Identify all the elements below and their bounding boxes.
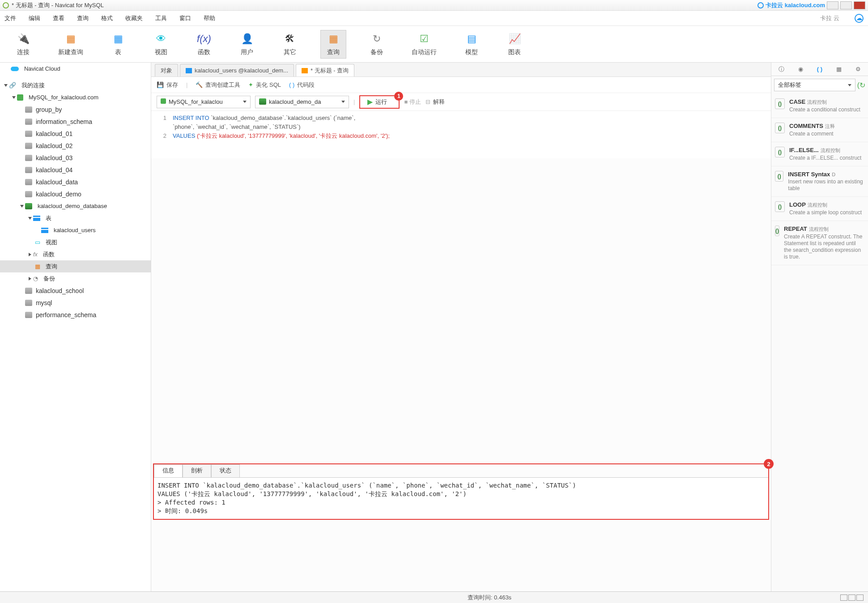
- tag-filter-combo[interactable]: 全部标签: [774, 79, 855, 91]
- result-tab-info[interactable]: 信息: [154, 464, 183, 477]
- link-icon: 🔗: [9, 82, 16, 89]
- tab-objects[interactable]: 对象: [155, 64, 178, 76]
- menu-help[interactable]: 帮助: [204, 14, 215, 22]
- tool-auto[interactable]: ☑自动运行: [407, 30, 441, 58]
- explain-button[interactable]: ⊟解释: [425, 98, 445, 106]
- navicat-cloud-node[interactable]: Navicat Cloud: [0, 63, 151, 75]
- minimize-button[interactable]: [827, 1, 838, 9]
- tool-view[interactable]: 👁视图: [149, 30, 174, 58]
- result-tab-status[interactable]: 状态: [211, 464, 240, 477]
- db-node[interactable]: kalacloud_school: [0, 285, 151, 297]
- status-query-time: 查询时间: 0.463s: [139, 594, 840, 602]
- gear-icon[interactable]: ⚙: [855, 66, 861, 72]
- panel-icons: ⓘ ◉ ( ) ▦ ⚙: [771, 63, 868, 76]
- plug-icon: 🔌: [15, 32, 31, 46]
- menu-favorites[interactable]: 收藏夹: [125, 14, 143, 22]
- snippet-item[interactable]: ()LOOP流程控制Create a simple loop construct: [771, 197, 868, 221]
- menu-edit[interactable]: 编辑: [29, 14, 40, 22]
- line-gutter: 1 2: [151, 114, 173, 149]
- tool-user[interactable]: 👤用户: [234, 30, 260, 58]
- database-combo[interactable]: kalacloud_demo_da: [255, 96, 349, 108]
- tables-icon: [33, 216, 40, 221]
- tool-model[interactable]: ▤模型: [459, 30, 484, 58]
- tables-node[interactable]: 表: [0, 212, 151, 224]
- query-node[interactable]: ▦ 查询: [0, 260, 151, 272]
- menu-file[interactable]: 文件: [4, 14, 16, 22]
- menu-view[interactable]: 查看: [53, 14, 64, 22]
- db-node[interactable]: kalacloud_demo: [0, 188, 151, 200]
- wand-icon: ✦: [248, 81, 253, 88]
- result-tab-profile[interactable]: 剖析: [183, 464, 211, 477]
- snippet-item[interactable]: ()INSERT SyntaxDInsert new rows into an …: [771, 166, 868, 197]
- db-node[interactable]: kalacloud_02: [0, 140, 151, 152]
- backup-node[interactable]: ◔ 备份: [0, 272, 151, 285]
- paren-icon[interactable]: ( ): [817, 66, 822, 72]
- my-connections-node[interactable]: 🔗 我的连接: [0, 79, 151, 91]
- chevron-down-icon: [243, 101, 247, 103]
- cloud-icon[interactable]: ☁: [855, 14, 864, 23]
- annotation-badge-1: 1: [394, 92, 403, 101]
- tab-table[interactable]: kalacloud_users @kalacloud_dem...: [180, 64, 294, 76]
- views-node[interactable]: ▭ 视图: [0, 236, 151, 248]
- tool-function[interactable]: f(x)函数: [191, 30, 217, 58]
- window-title: * 无标题 - 查询 - Navicat for MySQL: [12, 1, 757, 9]
- stop-icon: ■: [404, 98, 408, 105]
- snippet-item[interactable]: ()REPEAT流程控制Create A REPEAT construct. T…: [771, 221, 868, 265]
- chevron-down-icon: [848, 84, 851, 86]
- beautify-button[interactable]: ✦美化 SQL: [248, 81, 281, 89]
- save-button[interactable]: 💾保存: [157, 81, 178, 89]
- menu-query[interactable]: 查询: [77, 14, 89, 22]
- tool-table[interactable]: ▦表: [106, 30, 131, 58]
- sql-code[interactable]: INSERT INTO `kalacloud_demo_database`.`k…: [173, 114, 771, 149]
- db-node[interactable]: mysql: [0, 297, 151, 309]
- refresh-icon[interactable]: (↻: [857, 79, 865, 91]
- database-icon: [25, 131, 32, 137]
- grid-icon[interactable]: ▦: [836, 66, 842, 72]
- menu-format[interactable]: 格式: [101, 14, 113, 22]
- db-node[interactable]: kalacloud_04: [0, 164, 151, 176]
- stop-button[interactable]: ■停止: [404, 98, 421, 106]
- database-icon: [25, 155, 32, 161]
- tab-query[interactable]: * 无标题 - 查询: [296, 64, 354, 76]
- db-node[interactable]: kalacloud_01: [0, 127, 151, 140]
- fx-icon: fx: [33, 251, 38, 258]
- menu-window[interactable]: 窗口: [179, 14, 191, 22]
- close-button[interactable]: [854, 1, 865, 9]
- menu-tools[interactable]: 工具: [155, 14, 167, 22]
- db-open-node[interactable]: kalacloud_demo_database: [0, 200, 151, 212]
- layout-buttons[interactable]: [840, 595, 864, 601]
- tool-new-query[interactable]: ▦新建查询: [54, 30, 88, 58]
- db-node[interactable]: performance_schema: [0, 309, 151, 321]
- tool-backup[interactable]: ↻备份: [364, 30, 389, 58]
- snippet-item[interactable]: ()IF...ELSE...流程控制Create a IF...ELSE... …: [771, 142, 868, 166]
- connection-combo[interactable]: MySQL_for_kalaclou: [157, 96, 251, 108]
- mysql-icon: [161, 98, 166, 104]
- target-icon[interactable]: ◉: [798, 66, 803, 72]
- cloud-link[interactable]: 卡拉 云: [820, 14, 839, 22]
- snippet-item[interactable]: ()CASE流程控制Create a conditional construct: [771, 94, 868, 118]
- connection-tree: Navicat Cloud 🔗 我的连接 MySQL_for_kalacloud…: [0, 63, 151, 591]
- run-button[interactable]: ▶运行 1: [359, 95, 400, 109]
- functions-node[interactable]: fx 函数: [0, 248, 151, 260]
- db-node[interactable]: kalacloud_03: [0, 152, 151, 164]
- connection-node[interactable]: MySQL_for_kalacloud.com: [0, 91, 151, 103]
- query-icon: ▦: [325, 32, 341, 46]
- db-node[interactable]: information_schema: [0, 115, 151, 127]
- db-node[interactable]: kalacloud_data: [0, 176, 151, 188]
- db-node[interactable]: group_by: [0, 103, 151, 115]
- query-icon: [302, 68, 308, 73]
- chart-icon: 📈: [506, 32, 523, 46]
- table-item-node[interactable]: kalacloud_users: [0, 224, 151, 236]
- tool-other[interactable]: 🛠其它: [277, 30, 302, 58]
- tool-chart[interactable]: 📈图表: [502, 30, 527, 58]
- query-builder-button[interactable]: 🔨查询创建工具: [196, 81, 240, 89]
- snippet-item[interactable]: ()COMMENTS注释Create a comment: [771, 118, 868, 142]
- tool-query[interactable]: ▦查询: [320, 30, 346, 59]
- maximize-button[interactable]: [840, 1, 852, 9]
- function-icon: f(x): [196, 32, 212, 46]
- tool-connection[interactable]: 🔌连接: [11, 30, 36, 58]
- snippet-button[interactable]: ( )代码段: [289, 81, 315, 89]
- app-icon: [3, 2, 9, 8]
- info-icon[interactable]: ⓘ: [779, 65, 784, 73]
- sql-editor[interactable]: 1 2 INSERT INTO `kalacloud_demo_database…: [151, 111, 771, 158]
